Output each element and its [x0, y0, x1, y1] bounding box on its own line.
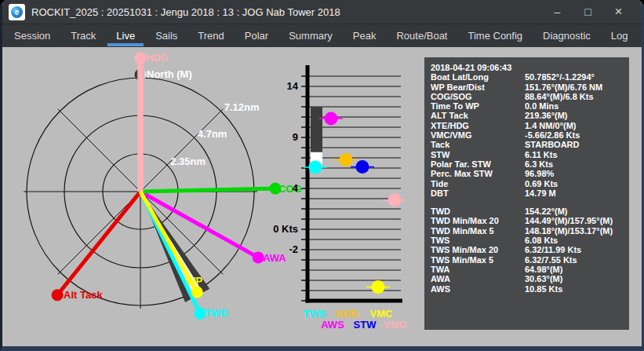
data-value: 144.49°(M)/157.95°(M) [525, 216, 623, 225]
data-row-vmc-vmg: VMC/VMG-5.66/2.86 Kts [431, 130, 623, 140]
menu-item-diagnostic[interactable]: Diagnostic [533, 24, 601, 47]
data-row-tws-min-max-20: TWS Min/Max 206.32/11.99 Kts [431, 245, 623, 254]
axis-label-0-Kts: 0 Kts [273, 223, 298, 235]
legend-tws: TWS [304, 308, 326, 320]
data-label: TWD Min/Max 20 [431, 216, 525, 225]
data-label: Tack [431, 140, 525, 149]
data-value: 14.79 M [525, 188, 623, 198]
app-logo-icon[interactable]: e [9, 4, 25, 20]
data-row-wp-bear-dist: WP Bear/Dist151.76°(M)/6.76 NM [431, 82, 623, 92]
menu-item-polar[interactable]: Polar [235, 24, 278, 47]
menu-item-live[interactable]: Live [106, 24, 145, 47]
data-value: 0.69 Kts [525, 179, 623, 188]
close-button[interactable]: × [603, 0, 634, 24]
vector-alt-tack [57, 192, 140, 295]
vector-cog [140, 188, 275, 192]
axis-label-14: 14 [287, 80, 299, 92]
ring-label: 4.7nm [198, 128, 227, 140]
data-label: Tide [431, 179, 525, 188]
data-value: -5.66/2.86 Kts [525, 130, 623, 140]
menu-item-summary[interactable]: Summary [278, 24, 343, 47]
data-row-twd: TWD154.22°(M) [431, 207, 623, 216]
point-sog [340, 153, 353, 166]
data-row-xte-hdg: XTE/HDG1.4 NM/0°(M) [431, 121, 623, 130]
data-value: 64.98°(M) [525, 265, 623, 274]
strip-chart: 14940 Kts-2TWSSOGVMCAWSSTWVMG [273, 65, 407, 331]
data-row-tide: Tide0.69 Kts [431, 179, 623, 188]
data-label: Polar Tar. STW [431, 159, 525, 169]
data-label: TWA [431, 265, 525, 274]
data-row-boat-lat-long: Boat Lat/Long50.7852°/-1.2294° [431, 72, 623, 82]
point-aws [325, 112, 338, 125]
data-value: STARBOARD [525, 140, 623, 149]
data-label: COG/SOG [431, 92, 525, 101]
minimize-button[interactable]: – [542, 0, 573, 24]
data-label: TWS Min/Max 5 [431, 255, 525, 265]
data-value: 30.63°(M) [525, 274, 623, 283]
data-value: 1.4 NM/0°(M) [525, 121, 623, 130]
data-row-aws: AWS10.85 Kts [431, 284, 623, 294]
data-value: 6.3 Kts [525, 159, 623, 169]
polar-spoke [140, 109, 223, 192]
data-label: Perc. Max STW [431, 169, 525, 178]
data-row-awa: AWA30.63°(M) [431, 274, 623, 283]
legend-stw: STW [354, 319, 377, 331]
menu-item-session[interactable]: Session [4, 24, 60, 47]
vector-label-twd: TWD [205, 307, 228, 319]
window-title: ROCKIT_2025 : 20251031 : Jengu 2018 : 13… [31, 6, 340, 18]
data-value: 6.08 Kts [525, 236, 623, 245]
data-label: VMC/VMG [431, 130, 525, 140]
data-row-perc-max-stw: Perc. Max STW96.98% [431, 169, 623, 178]
data-value: 50.7852°/-1.2294° [525, 72, 623, 82]
data-row-tws-min-max-5: TWS Min/Max 56.32/7.55 Kts [431, 255, 623, 265]
vector-dot-wp [191, 287, 203, 298]
data-panel: 2018-04-21 09:06:43 Boat Lat/Long50.7852… [424, 57, 629, 330]
panel-datetime: 2018-04-21 09:06:43 [431, 63, 511, 72]
vector-label-north: North (M) [147, 68, 192, 80]
data-row-twa: TWA64.98°(M) [431, 265, 623, 274]
data-label: TWS [431, 236, 525, 245]
globe-icon: e [11, 6, 23, 18]
data-label: AWA [431, 274, 525, 283]
point-vmg [388, 193, 402, 207]
title-bar[interactable]: e ROCKIT_2025 : 20251031 : Jengu 2018 : … [2, 0, 642, 24]
data-value: 6.32/7.55 Kts [525, 255, 623, 265]
data-label: TWS Min/Max 20 [431, 245, 525, 254]
data-label: AWS [431, 284, 525, 294]
point-vmc [372, 280, 385, 294]
data-row-dbt: DBT14.79 M [431, 188, 623, 198]
data-row-time-to-wp: Time To WP0.0 Mins [431, 101, 623, 111]
vector-label-cog: COG [278, 183, 302, 195]
menu-item-sails[interactable]: Sails [145, 24, 187, 47]
menu-item-route-boat[interactable]: Route/Boat [386, 24, 457, 47]
point-stw [356, 160, 369, 174]
menu-item-time-config[interactable]: Time Config [457, 24, 533, 47]
maximize-button[interactable]: □ [573, 0, 603, 24]
data-row-twd-min-max-20: TWD Min/Max 20144.49°(M)/157.95°(M) [431, 216, 623, 225]
menu-item-trend[interactable]: Trend [187, 24, 234, 47]
data-row-cog-sog: COG/SOG88.64°(M)/6.8 Kts [431, 92, 623, 101]
axis-label-4: 4 [293, 182, 299, 194]
window-controls: – □ × [542, 0, 634, 24]
point-tws [309, 160, 322, 174]
menu-item-log[interactable]: Log [601, 24, 639, 47]
vector-dot-hdg-top [135, 53, 147, 64]
data-value: 6.11 Kts [525, 150, 623, 159]
data-label: Boat Lat/Long [431, 72, 525, 82]
data-row-twd-min-max-5: TWD Min/Max 5148.18°(M)/153.17°(M) [431, 226, 623, 236]
live-view: 2.35nm4.7nm7.12nmAlt TackAWACOGNorth (M)… [2, 47, 642, 346]
data-row-polar-tar-stw: Polar Tar. STW6.3 Kts [431, 159, 623, 169]
data-value: 151.76°(M)/6.76 NM [525, 82, 623, 92]
tws-range-20 [311, 107, 322, 152]
data-label: TWD Min/Max 5 [431, 226, 525, 236]
data-value: 0.0 Mins [525, 101, 623, 111]
legend-aws: AWS [321, 319, 344, 331]
data-value: 6.32/11.99 Kts [525, 245, 623, 254]
vector-label-wp: WP [186, 275, 202, 287]
data-row-tack: TackSTARBOARD [431, 140, 623, 149]
axis-label--2: -2 [289, 243, 298, 255]
menu-item-peak[interactable]: Peak [343, 24, 387, 47]
menu-item-track[interactable]: Track [60, 24, 106, 47]
vector-label-alt-tack: Alt Tack [64, 289, 103, 301]
data-value: 219.36°(M) [525, 111, 623, 120]
